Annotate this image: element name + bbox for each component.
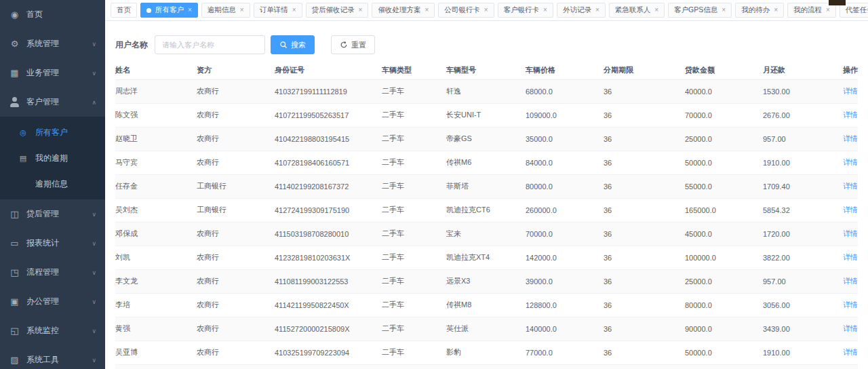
- tab-post-loan-collection-records[interactable]: 贷后催收记录 ×: [306, 3, 369, 18]
- cell-term: 36: [604, 364, 685, 369]
- cell-monthly: 3822.00: [763, 246, 837, 269]
- detail-link[interactable]: 详情: [843, 324, 858, 332]
- refresh-icon: [340, 41, 348, 49]
- cell-name: 马守宾: [115, 151, 197, 174]
- tab-close-icon[interactable]: ×: [595, 7, 599, 14]
- customer-table: 姓名资方身份证号车辆类型车辆型号车辆价格分期期限贷款金额月还款操作 周志洋 农商…: [115, 62, 858, 369]
- cell-funder: 农商行: [197, 222, 275, 246]
- tab-collection-plan[interactable]: 催收处理方案 ×: [372, 3, 435, 18]
- cell-loan: 25000.0: [685, 127, 763, 151]
- cell-monthly: 957.00: [763, 269, 837, 293]
- detail-link[interactable]: 详情: [843, 300, 858, 309]
- tab-customer-bankcard[interactable]: 客户银行卡 ×: [498, 3, 553, 18]
- detail-link[interactable]: 详情: [843, 229, 858, 237]
- tab-close-icon[interactable]: ×: [240, 7, 244, 14]
- table-header-row: 姓名资方身份证号车辆类型车辆型号车辆价格分期期限贷款金额月还款操作: [115, 62, 858, 79]
- cell-monthly: 1910.00: [763, 341, 837, 364]
- chevron-icon: ∨: [92, 298, 96, 305]
- tab-order-detail[interactable]: 订单详情 ×: [254, 3, 302, 18]
- sidebar-item-report-stats[interactable]: ▭ 报表统计 ∨: [0, 229, 105, 258]
- cell-vehicle-model: 远景X3: [446, 269, 526, 293]
- 马守宾: 马守宾 农商行 410728198406160571 二手车 传祺M6 8400…: [115, 151, 858, 174]
- detail-link[interactable]: 详情: [843, 87, 858, 95]
- tab-close-icon[interactable]: ×: [484, 7, 488, 14]
- detail-link[interactable]: 详情: [843, 253, 858, 261]
- cell-term: 36: [604, 246, 685, 269]
- sidebar-subitem-all-customers[interactable]: ◎ 所有客户: [0, 119, 105, 145]
- sidebar-item-post-loan-mgmt[interactable]: ◫ 贷后管理 ∨: [0, 199, 105, 229]
- tab-my-todo[interactable]: 我的待办 ×: [735, 3, 784, 18]
- cell-term: 36: [604, 341, 685, 364]
- sidebar-item-system-tools[interactable]: ▨ 系统工具 ∨: [0, 345, 105, 369]
- column-header: 分期期限: [604, 62, 685, 79]
- tab-label: 所有客户: [155, 5, 184, 15]
- column-header: 姓名: [115, 62, 197, 79]
- sidebar-item-home[interactable]: ◉ 首页: [0, 0, 105, 29]
- cell-funder: 工商银行: [197, 174, 275, 198]
- tab-close-icon[interactable]: ×: [543, 7, 547, 14]
- tab-close-icon[interactable]: ×: [826, 7, 830, 14]
- sidebar-item-system-monitor[interactable]: ◱ 系统监控 ∨: [0, 316, 105, 345]
- tab-emergency-contacts[interactable]: 紧急联系人 ×: [609, 3, 665, 18]
- cell-loan: 40000.0: [685, 79, 763, 103]
- tab-visit-records[interactable]: 外访记录 ×: [557, 3, 606, 18]
- tab-close-icon[interactable]: ×: [654, 7, 658, 14]
- sidebar-submenu-customer: ◎ 所有客户 ▤ 我的逾期 逾期信息: [0, 117, 105, 199]
- sidebar-subitem-overdue-info[interactable]: 逾期信息: [0, 171, 105, 197]
- sidebar-item-office-mgmt[interactable]: ▣ 办公管理 ∨: [0, 287, 105, 316]
- cell-loan: 70000.0: [685, 103, 763, 127]
- tab-close-icon[interactable]: ×: [722, 7, 726, 14]
- customer-name-input[interactable]: [155, 35, 265, 54]
- sidebar-item-customer-mgmt[interactable]: 客户管理 ∧: [0, 88, 105, 117]
- cell-id-number: 410323199205126617: [275, 364, 382, 369]
- cell-loan: 60000.0: [685, 364, 763, 369]
- cell-action: 详情: [837, 341, 858, 364]
- menu-icon: ▦: [9, 68, 20, 78]
- search-button[interactable]: 搜索: [271, 35, 315, 54]
- tab-close-icon[interactable]: ×: [188, 7, 192, 14]
- cell-monthly: 5854.32: [763, 198, 837, 222]
- detail-link[interactable]: 详情: [843, 134, 858, 142]
- tab-customer-gps-info[interactable]: 客户GPS信息 ×: [668, 3, 732, 18]
- cell-funder: 农商行: [197, 293, 275, 317]
- sidebar-item-flow-mgmt[interactable]: ◳ 流程管理 ∨: [0, 258, 105, 287]
- cell-term: 36: [604, 103, 685, 127]
- tab-label: 贷后催收记录: [312, 5, 355, 15]
- detail-link[interactable]: 详情: [843, 111, 858, 119]
- chevron-icon: ∨: [92, 357, 96, 364]
- cell-funder: 农商行: [197, 269, 275, 293]
- detail-link[interactable]: 详情: [843, 277, 858, 285]
- sidebar-item-business-mgmt[interactable]: ▦ 业务管理 ∨: [0, 58, 105, 88]
- 赵晓卫: 赵晓卫 农商行 410422198803195415 二手车 帝豪GS 3500…: [115, 127, 858, 151]
- table-header: 姓名资方身份证号车辆类型车辆型号车辆价格分期期限贷款金额月还款操作: [115, 62, 858, 79]
- 李文龙: 李文龙 农商行 411081199003122553 二手车 远景X3 3900…: [115, 269, 858, 293]
- detail-link[interactable]: 详情: [843, 348, 858, 356]
- tab-close-icon[interactable]: ×: [292, 7, 296, 14]
- cell-loan: 165000.0: [685, 198, 763, 222]
- cell-vehicle-model: 影豹: [446, 341, 526, 364]
- detail-link[interactable]: 详情: [843, 182, 858, 190]
- tab-close-icon[interactable]: ×: [359, 7, 363, 14]
- sidebar-subitem-my-overdue[interactable]: ▤ 我的逾期: [0, 145, 105, 171]
- tab-close-icon[interactable]: ×: [425, 7, 429, 14]
- reset-button[interactable]: 重置: [331, 35, 375, 54]
- tab-company-bankcard[interactable]: 公司银行卡 ×: [438, 3, 494, 18]
- sidebar-item-system-mgmt[interactable]: ⚙ 系统管理 ∨: [0, 29, 105, 58]
- tab-overdue-info[interactable]: 逾期信息 ×: [201, 3, 250, 18]
- 吴刘杰: 吴刘杰 工商银行 412724199309175190 二手车 凯迪拉克CT6 …: [115, 198, 858, 222]
- tab-home[interactable]: 首页: [111, 3, 137, 18]
- cell-id-number: 41232819810203631X: [275, 246, 382, 269]
- search-field-label: 用户名称: [115, 39, 148, 51]
- detail-link[interactable]: 详情: [843, 206, 858, 214]
- search-section: 用户名称 搜索 重置: [105, 21, 868, 59]
- tab-all-customers[interactable]: 所有客户 ×: [140, 3, 198, 18]
- cell-vehicle-model: 凯迪拉克CT6: [446, 198, 526, 222]
- chevron-icon: ∨: [92, 70, 96, 77]
- tab-label: 订单详情: [260, 5, 288, 15]
- cell-price: 140000.0: [526, 317, 604, 341]
- cell-funder: 农商行: [197, 103, 275, 127]
- tab-close-icon[interactable]: ×: [774, 7, 778, 14]
- detail-link[interactable]: 详情: [843, 158, 858, 166]
- tab-label: 我的流程: [793, 5, 822, 15]
- cell-name: 赵晓卫: [115, 127, 197, 151]
